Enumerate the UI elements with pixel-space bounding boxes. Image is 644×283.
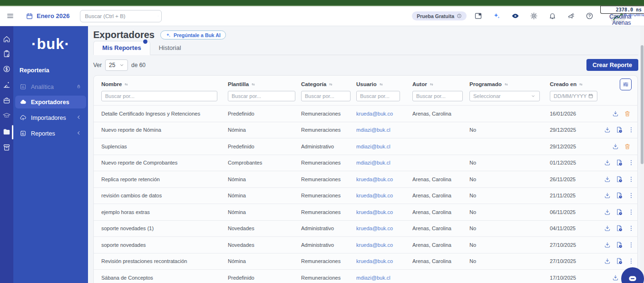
filter-input-nombre[interactable]	[105, 93, 214, 99]
row-menu-button[interactable]	[627, 191, 635, 200]
cell-usuario[interactable]: mdiazi@buk.cl	[356, 275, 412, 281]
scrollbar[interactable]	[640, 26, 644, 283]
delete-button[interactable]	[623, 109, 632, 118]
sparkle-icon[interactable]	[489, 9, 504, 23]
rail-graduation-cap-icon[interactable]	[2, 111, 11, 120]
schedule-export-button[interactable]	[615, 175, 624, 184]
column-header-plantilla[interactable]: Plantilla	[228, 81, 301, 87]
cell-categoria: Remuneraciones	[301, 193, 356, 198]
filter-autor[interactable]	[412, 91, 463, 101]
hamburger-menu-icon[interactable]	[3, 9, 17, 23]
schedule-export-button[interactable]	[615, 126, 624, 134]
download-button[interactable]	[603, 224, 612, 233]
filter-input-autor[interactable]	[416, 93, 459, 99]
eye-icon[interactable]	[508, 9, 522, 23]
rail-briefcase-icon[interactable]	[2, 96, 11, 105]
tab-mis-reportes[interactable]: Mis Reportes	[93, 41, 150, 55]
cell-usuario[interactable]: krueda@buk.co	[356, 209, 412, 215]
sidebar-item-exportadores[interactable]: Exportadores	[15, 96, 86, 108]
schedule-export-button[interactable]	[615, 257, 624, 265]
column-header-categoria[interactable]: Categoría	[301, 81, 356, 87]
delete-button[interactable]	[623, 142, 632, 151]
cell-usuario[interactable]: krueda@buk.co	[356, 242, 412, 248]
download-button[interactable]	[611, 109, 620, 118]
rail-home-icon[interactable]	[2, 35, 11, 43]
schedule-export-button[interactable]	[615, 208, 624, 216]
filter-input-plantilla[interactable]	[232, 93, 292, 99]
schedule-export-button[interactable]	[615, 191, 624, 200]
create-report-button[interactable]: Crear Reporte	[586, 59, 638, 71]
download-button[interactable]	[603, 241, 612, 249]
scrollbar-thumb[interactable]	[641, 45, 644, 164]
download-button[interactable]	[611, 273, 620, 282]
rail-coin-icon[interactable]	[2, 65, 11, 73]
rail-folder-icon[interactable]	[2, 127, 11, 136]
filter-input-categoria[interactable]	[305, 93, 347, 99]
download-button[interactable]	[603, 191, 612, 200]
cell-usuario[interactable]: krueda@buk.co	[356, 193, 412, 198]
download-button[interactable]	[603, 175, 612, 184]
bell-icon[interactable]	[545, 9, 559, 23]
rail-archive-icon[interactable]	[2, 143, 11, 152]
row-actions	[603, 109, 637, 118]
row-menu-button[interactable]	[627, 257, 635, 265]
filter-nombre[interactable]	[101, 91, 217, 101]
cell-usuario[interactable]: krueda@buk.co	[356, 176, 412, 182]
period-selector[interactable]: Enero 2026	[26, 12, 69, 20]
schedule-export-button[interactable]	[615, 158, 624, 167]
sparkle-icon	[166, 32, 171, 38]
column-label: Creado en	[550, 81, 576, 87]
megaphone-icon[interactable]	[564, 9, 578, 23]
page-size-select[interactable]: 25	[105, 59, 128, 71]
row-menu-button[interactable]	[627, 208, 635, 216]
cell-usuario[interactable]: krueda@buk.co	[356, 111, 412, 117]
download-button[interactable]	[611, 142, 620, 151]
table-row: Nuevo reporte de NóminaNóminaRemuneracio…	[94, 122, 637, 138]
filter-plantilla[interactable]	[228, 91, 295, 101]
filter-input-usuario[interactable]	[360, 93, 396, 99]
cell-plantilla: Comprobantes	[228, 160, 301, 166]
column-header-creado-en[interactable]: Creado en	[550, 81, 603, 87]
lock-icon	[76, 83, 82, 89]
global-search[interactable]	[80, 10, 162, 22]
sidebar-item-reportes[interactable]: Reportes	[15, 127, 86, 140]
column-settings-button[interactable]	[620, 78, 632, 90]
schedule-export-button[interactable]	[615, 241, 624, 249]
cell-usuario[interactable]: krueda@buk.co	[356, 225, 412, 231]
download-icon	[604, 192, 611, 199]
cell-usuario[interactable]: krueda@buk.co	[356, 258, 412, 264]
filter-creado-en[interactable]: DD/MM/YYYY	[550, 91, 597, 101]
column-header-nombre[interactable]: Nombre	[101, 81, 228, 87]
column-header-usuario[interactable]: Usuario	[356, 81, 412, 87]
download-button[interactable]	[603, 208, 612, 216]
row-menu-button[interactable]	[627, 126, 635, 134]
cell-usuario[interactable]: mdiazi@buk.cl	[356, 144, 412, 149]
filter-programado[interactable]: Seleccionar	[469, 91, 540, 101]
row-menu-button[interactable]	[627, 241, 635, 249]
rail-clipboard-icon[interactable]	[2, 49, 11, 58]
download-button[interactable]	[603, 257, 612, 265]
tab-historial[interactable]: Historial	[150, 41, 190, 55]
panel-icon[interactable]	[471, 9, 485, 23]
column-header-autor[interactable]: Autor	[412, 81, 469, 87]
cell-usuario[interactable]: mdiazi@buk.cl	[356, 160, 412, 166]
cell-creado: 29/12/2025	[550, 127, 603, 133]
trial-badge[interactable]: Prueba Gratuita	[412, 11, 467, 20]
row-menu-button[interactable]	[627, 158, 635, 167]
row-menu-button[interactable]	[627, 224, 635, 233]
filter-categoria[interactable]	[301, 91, 351, 101]
cell-usuario[interactable]: mdiazi@buk.cl	[356, 127, 412, 133]
rail-route-heart-icon[interactable]	[2, 80, 11, 89]
download-button[interactable]	[603, 126, 612, 134]
schedule-export-button[interactable]	[615, 224, 624, 233]
help-icon[interactable]	[582, 9, 596, 23]
search-input[interactable]	[85, 13, 158, 19]
download-button[interactable]	[603, 158, 612, 167]
gear-icon[interactable]	[527, 9, 541, 23]
sidebar-item-importadores[interactable]: Importadores	[15, 111, 86, 124]
column-header-programado[interactable]: Programado	[469, 81, 550, 87]
row-menu-button[interactable]	[627, 175, 635, 184]
filter-usuario[interactable]	[356, 91, 400, 101]
ask-buk-ai-chip[interactable]: Pregúntale a Buk AI	[160, 30, 226, 39]
calendar-sm-icon	[588, 93, 594, 99]
